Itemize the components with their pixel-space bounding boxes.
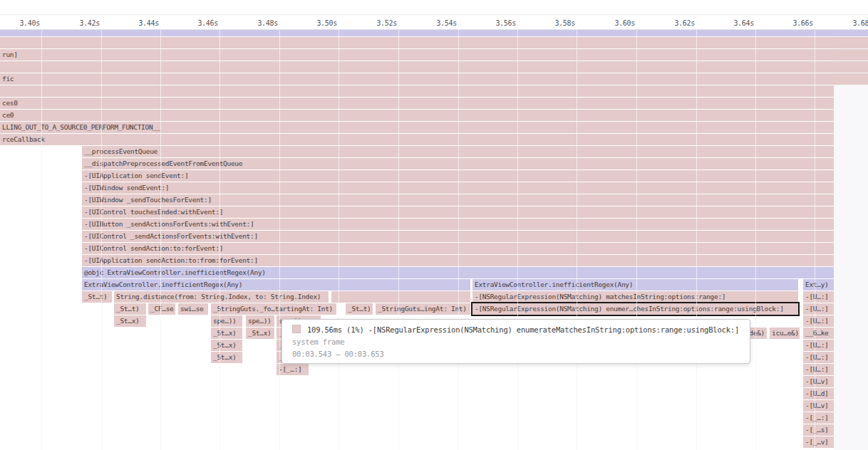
flame-graph-canvas[interactable]: run]ficces0ce0LLING_OUT_TO_A_SOURCE0_PER… (0, 0, 868, 450)
time-ruler-label: 3.64s (711, 19, 754, 27)
flame-cell[interactable]: icu…e&) (770, 328, 800, 339)
flame-cell[interactable]: spe…)) (246, 315, 274, 327)
flame-cell[interactable]: swi…se (178, 303, 208, 315)
time-ruler-label: 3.42s (57, 19, 100, 27)
flame-cell[interactable]: _St…t) (82, 291, 112, 303)
flame-cell[interactable]: -[NSRegularExpression(NSMatching) matche… (472, 291, 798, 303)
gridline (41, 30, 42, 450)
time-ruler-label: 3.66s (770, 19, 813, 27)
tooltip-time-range: 00:03.543 — 00:03.653 (292, 348, 740, 360)
tooltip-title-line: 109.56ms (1%) -[NSRegularExpression(NSMa… (292, 324, 740, 336)
flame-cell[interactable]: _St…x) (246, 328, 274, 339)
flame-cell[interactable]: rceCallback (0, 134, 834, 145)
time-ruler-label: 3.48s (235, 19, 278, 27)
flame-cell[interactable] (331, 291, 470, 303)
flame-cell[interactable]: fic (0, 73, 868, 85)
flame-cell[interactable]: -[_…:] (803, 412, 834, 424)
gridline (636, 30, 637, 450)
trace-end-background (834, 30, 868, 450)
flame-cell[interactable]: _St…x) (114, 315, 146, 327)
flame-cell[interactable]: -[U…v] (803, 400, 834, 412)
time-ruler-label: 3.54s (414, 19, 457, 27)
time-ruler-label: 3.52s (354, 19, 397, 27)
gridline (517, 30, 518, 450)
flame-cell[interactable]: -[U…:] (803, 315, 834, 327)
gridline (160, 30, 161, 450)
gridline (279, 30, 280, 450)
ruler-top-divider (0, 14, 868, 15)
tooltip-subtitle: system frame (292, 336, 740, 348)
flame-cell[interactable]: _St…x) (211, 328, 242, 339)
flame-cell[interactable]: -[U…:] (803, 291, 834, 303)
flame-cell[interactable]: -[_…v] (803, 436, 834, 448)
flame-cell[interactable]: String.distance(from: String.Index, to: … (114, 291, 329, 303)
time-ruler-label: 3.58s (532, 19, 575, 27)
time-ruler-label: 3.50s (294, 19, 337, 27)
frame-tooltip: 109.56ms (1%) -[NSRegularExpression(NSMa… (281, 319, 750, 364)
flame-cell[interactable] (0, 37, 868, 48)
gridline (398, 30, 399, 450)
gridline (339, 30, 339, 450)
flame-cell[interactable] (0, 85, 834, 97)
flame-cell[interactable]: _StringGuts._fo…tartingAt: Int) (211, 303, 336, 315)
flame-cell[interactable]: ExtraViewController.inefficientRegex(Any… (472, 279, 798, 291)
flame-cell[interactable]: run] (0, 49, 868, 61)
flame-cell[interactable]: -[U…:] (803, 340, 834, 351)
flame-cell[interactable]: _St…t) (114, 303, 146, 315)
flame-cell[interactable]: -[U…:] (803, 364, 834, 375)
gridline (101, 30, 102, 450)
gridline (755, 30, 756, 450)
flame-cell[interactable]: LLING_OUT_TO_A_SOURCE0_PERFORM_FUNCTION_… (0, 122, 834, 133)
gridline (815, 30, 815, 450)
flame-cell[interactable]: _StringGuts…ingAt: Int) (376, 303, 470, 315)
flame-cell[interactable]: -[_…s] (803, 424, 834, 436)
flame-cell[interactable]: _St…t) (346, 303, 373, 315)
time-ruler-label: 3.44s (116, 19, 159, 27)
flame-cell[interactable]: ce0 (0, 110, 834, 121)
flame-cell[interactable] (0, 61, 868, 73)
tooltip-title: 109.56ms (1%) -[NSRegularExpression(NSMa… (307, 325, 739, 334)
flame-cell[interactable]: -[U…v] (803, 376, 834, 387)
flame-cell[interactable]: _CF…se (148, 303, 175, 315)
flame-cell[interactable]: -[U…d] (803, 388, 834, 399)
flame-cell[interactable]: -[U…:] (803, 303, 834, 315)
time-ruler-label: 3.60s (592, 19, 635, 27)
flame-cell[interactable]: _St…x) (211, 352, 242, 363)
time-ruler[interactable]: 3.40s3.42s3.44s3.46s3.48s3.50s3.52s3.54s… (0, 0, 868, 30)
gridline (458, 30, 459, 450)
flame-cell[interactable]: spe…)) (211, 315, 242, 327)
flame-cell[interactable]: _St…x) (211, 340, 242, 351)
time-ruler-label: 3.62s (652, 19, 695, 27)
gridline (696, 30, 697, 450)
instruments-flame-graph-window: run]ficces0ce0LLING_OUT_TO_A_SOURCE0_PER… (0, 0, 868, 450)
flame-cell[interactable]: __6…ke (803, 328, 834, 339)
flame-cell[interactable]: ces0 (0, 98, 834, 109)
frame-color-swatch-icon (292, 325, 301, 333)
time-ruler-label: 3.46s (175, 19, 218, 27)
gridline (219, 30, 220, 450)
time-ruler-label: 3.68s (830, 19, 868, 27)
gridline (577, 30, 577, 450)
flame-cell[interactable]: ExtraViewController.inefficientRegex(Any… (82, 279, 470, 291)
flame-cell[interactable]: Ext…y) (803, 279, 834, 291)
flame-cell[interactable]: -[U…:] (803, 352, 834, 363)
selected-flame-cell[interactable]: -[NSRegularExpression(NSMatching) enumer… (472, 303, 798, 315)
time-ruler-label: 3.40s (0, 19, 40, 27)
flame-cell[interactable]: -[_…:] (277, 364, 309, 375)
time-ruler-label: 3.56s (473, 19, 516, 27)
